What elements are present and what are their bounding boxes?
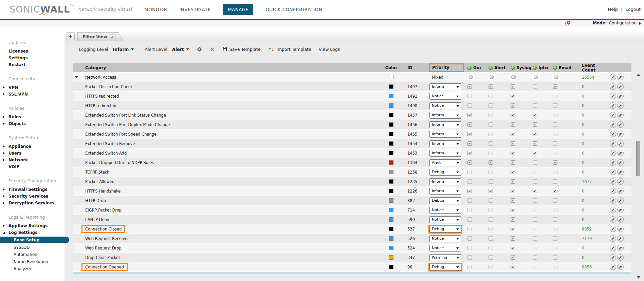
edit-pencil-button[interactable] <box>610 264 616 270</box>
alert-checkbox-checked[interactable] <box>489 160 493 165</box>
gui-checkbox-unchecked[interactable] <box>467 246 472 250</box>
green-led-icon[interactable] <box>489 66 493 70</box>
syslog-checkbox-checked[interactable] <box>511 170 515 174</box>
clear-stats-brush-button[interactable] <box>617 140 624 147</box>
gui-checkbox-checked[interactable] <box>467 160 472 165</box>
clear-stats-brush-button[interactable] <box>617 150 624 156</box>
email-checkbox-checked[interactable] <box>553 160 557 165</box>
logging-level-select[interactable]: Inform <box>113 47 134 52</box>
nav-item-monitor[interactable]: MONITOR <box>144 7 167 12</box>
sidebar-item-network[interactable]: Network <box>0 157 65 163</box>
scroll-up-arrow-icon[interactable] <box>637 74 641 76</box>
clear-stats-brush-button[interactable] <box>617 121 624 128</box>
collapse-arrow-icon[interactable] <box>75 76 78 78</box>
sidebar-item-appflow-settings[interactable]: Appflow Settings <box>0 222 65 229</box>
syslog-checkbox-checked[interactable] <box>511 265 515 269</box>
alert-checkbox-unchecked[interactable] <box>489 208 493 212</box>
edit-pencil-button[interactable] <box>610 102 616 109</box>
sidebar-item-vpn[interactable]: VPN <box>0 84 65 91</box>
sidebar-item-settings[interactable]: Settings <box>0 55 65 61</box>
edit-pencil-button[interactable] <box>610 93 616 99</box>
ipfix-checkbox-unchecked[interactable] <box>533 170 537 174</box>
clear-filter-icon[interactable]: × <box>210 46 215 52</box>
alert-checkbox-unchecked[interactable] <box>489 113 493 117</box>
clear-stats-brush-button[interactable] <box>617 235 624 242</box>
gui-checkbox-unchecked[interactable] <box>467 255 472 260</box>
color-swatch[interactable] <box>389 208 393 212</box>
sidebar-item-firewall-settings[interactable]: Firewall Settings <box>0 186 65 193</box>
priority-dropdown[interactable]: Notice <box>429 93 461 100</box>
gui-checkbox-checked[interactable] <box>467 84 472 89</box>
gray-led-icon[interactable] <box>490 75 494 79</box>
syslog-checkbox-checked[interactable] <box>511 246 515 250</box>
clear-stats-brush-button[interactable] <box>617 245 624 251</box>
syslog-checkbox-checked[interactable] <box>511 141 515 146</box>
ipfix-checkbox-checked[interactable] <box>533 122 537 127</box>
color-swatch[interactable] <box>389 265 393 269</box>
green-led-icon[interactable] <box>553 66 557 70</box>
gui-checkbox-unchecked[interactable] <box>467 94 472 98</box>
color-swatch[interactable] <box>389 160 393 165</box>
sidebar-item-decryption-services[interactable]: Decryption Services <box>0 200 65 206</box>
color-swatch[interactable] <box>389 198 393 203</box>
gui-checkbox-unchecked[interactable] <box>467 227 472 231</box>
help-link[interactable]: Help <box>608 7 618 12</box>
clear-stats-brush-button[interactable] <box>617 131 624 137</box>
sidebar-subitem-automation[interactable]: Automation <box>0 251 65 258</box>
gui-checkbox-unchecked[interactable] <box>467 198 472 203</box>
alert-checkbox-unchecked[interactable] <box>489 255 493 260</box>
gray-led-icon[interactable] <box>534 75 538 79</box>
syslog-checkbox-checked[interactable] <box>511 198 515 203</box>
priority-dropdown[interactable]: Notice <box>429 216 461 223</box>
priority-dropdown[interactable]: Inform <box>429 188 461 195</box>
email-checkbox-unchecked[interactable] <box>553 217 557 222</box>
email-checkbox-unchecked[interactable] <box>553 198 557 203</box>
syslog-checkbox-checked[interactable] <box>511 132 515 136</box>
priority-dropdown[interactable]: Debug <box>429 226 461 233</box>
gui-checkbox-unchecked[interactable] <box>467 265 472 269</box>
alert-checkbox-checked[interactable] <box>489 189 493 193</box>
clear-stats-brush-button[interactable] <box>617 254 624 261</box>
color-swatch[interactable] <box>389 246 393 250</box>
priority-dropdown[interactable]: Notice <box>429 245 461 252</box>
ipfix-checkbox-unchecked[interactable] <box>533 160 537 165</box>
sidebar-subitem-base-setup[interactable]: Base Setup <box>0 237 69 243</box>
sidebar-item-security-services[interactable]: Security Services <box>0 193 65 200</box>
syslog-checkbox-checked[interactable] <box>511 113 515 117</box>
green-led-icon[interactable] <box>467 66 472 70</box>
edit-pencil-button[interactable] <box>610 188 616 194</box>
syslog-checkbox-checked[interactable] <box>511 179 515 184</box>
email-checkbox-unchecked[interactable] <box>553 113 557 117</box>
syslog-checkbox-checked[interactable] <box>511 217 515 222</box>
ipfix-checkbox-unchecked[interactable] <box>533 265 537 269</box>
color-swatch[interactable] <box>389 151 393 155</box>
sidebar-item-rules[interactable]: Rules <box>0 114 65 120</box>
nav-item-investigate[interactable]: INVESTIGATE <box>179 7 210 12</box>
email-checkbox-unchecked[interactable] <box>553 170 557 174</box>
gui-checkbox-checked[interactable] <box>467 141 472 146</box>
syslog-checkbox-checked[interactable] <box>511 122 515 127</box>
sidebar-item-restart[interactable]: Restart <box>0 61 65 68</box>
gui-checkbox-checked[interactable] <box>467 151 472 155</box>
color-swatch[interactable] <box>389 189 393 193</box>
ipfix-checkbox-checked[interactable] <box>533 132 537 136</box>
alert-checkbox-unchecked[interactable] <box>489 236 493 241</box>
clear-stats-brush-button[interactable] <box>617 102 624 109</box>
gui-checkbox-unchecked[interactable] <box>467 170 472 174</box>
color-swatch[interactable] <box>389 113 393 117</box>
edit-pencil-button[interactable] <box>610 169 616 175</box>
color-swatch[interactable] <box>389 75 393 79</box>
edit-pencil-button[interactable] <box>610 112 616 118</box>
mode-indicator[interactable]: Mode:Configuration <box>593 21 637 25</box>
gui-checkbox-checked[interactable] <box>467 122 472 127</box>
clear-stats-brush-button[interactable] <box>617 169 624 175</box>
vertical-scrollbar[interactable] <box>636 73 641 279</box>
horizontal-scrollbar[interactable] <box>73 272 631 274</box>
nav-item-manage[interactable]: MANAGE <box>223 4 253 15</box>
ipfix-checkbox-unchecked[interactable] <box>533 246 537 250</box>
color-swatch[interactable] <box>389 236 393 241</box>
clear-stats-brush-button[interactable] <box>617 264 624 270</box>
color-swatch[interactable] <box>389 94 393 98</box>
email-checkbox-unchecked[interactable] <box>553 255 557 260</box>
email-checkbox-unchecked[interactable] <box>553 151 557 155</box>
